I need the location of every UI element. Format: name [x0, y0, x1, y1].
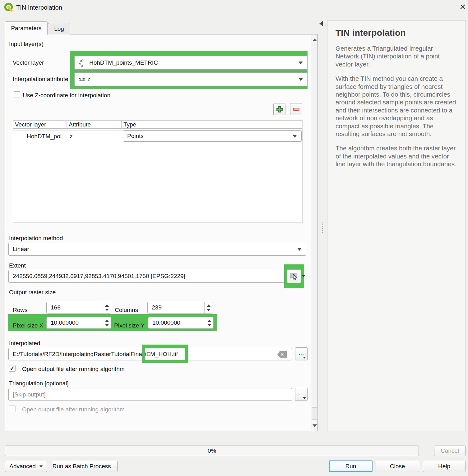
splitter-handle[interactable]	[322, 222, 323, 233]
stepper-arrows[interactable]	[103, 318, 111, 328]
interpolation-attribute-label: Interpolation attribute	[13, 76, 68, 83]
run-button[interactable]: Run	[329, 460, 373, 472]
chevron-down-icon	[293, 135, 297, 138]
interpolated-path: E:/Tutorials/RF2D/InterpolatingRasterTut…	[13, 351, 142, 358]
checkmark-icon: ✓	[10, 365, 15, 372]
vector-layer-value: HohDTM_points_METRIC	[89, 59, 158, 66]
help-button[interactable]: Help	[423, 461, 466, 472]
parameters-panel: Input layer(s) Vector layer HohDTM_point…	[5, 34, 318, 431]
plus-icon	[276, 106, 283, 113]
help-panel: TIN interpolation Generates a Triangulat…	[327, 20, 466, 431]
extent-input[interactable]: 242556.0859,244932.6917,92853.4170,94501…	[8, 270, 292, 283]
pixel-size-y-label: Pixel size Y	[114, 322, 145, 329]
interpolated-browse-button[interactable]: …	[295, 347, 308, 360]
table-header-vector-layer[interactable]: Vector layer	[15, 121, 46, 128]
interpolation-method-label: Interpolation method	[9, 235, 63, 242]
cancel-button[interactable]: Cancel	[434, 446, 466, 456]
tab-log[interactable]: Log	[48, 23, 70, 34]
interpolated-output-input[interactable]: E:/Tutorials/RF2D/InterpolatingRasterTut…	[8, 348, 292, 360]
help-title: TIN interpolation	[336, 28, 457, 38]
help-paragraph: With the TIN method you can create a sur…	[336, 75, 457, 138]
open-output-label: Open output file after running algorithm	[22, 366, 125, 373]
layers-table: Vector layer Attribute Type HohDTM_poi..…	[13, 120, 303, 223]
open-output-checkbox[interactable]: ✓	[9, 365, 16, 372]
triangulation-browse-button[interactable]: …	[295, 388, 308, 401]
stepper-arrows[interactable]	[205, 318, 213, 328]
clear-icon[interactable]: ✕	[277, 351, 287, 358]
advanced-button[interactable]: Advanced	[5, 461, 47, 472]
columns-stepper[interactable]: 239	[147, 302, 213, 314]
scroll-down-button[interactable]	[312, 421, 317, 430]
table-header-type[interactable]: Type	[123, 121, 136, 128]
stepper-arrows[interactable]	[204, 302, 212, 313]
pixel-size-x-stepper[interactable]: 10.000000	[46, 317, 111, 329]
extent-draw-on-canvas-button[interactable]	[287, 269, 301, 283]
minus-icon	[293, 106, 300, 113]
progress-bar: 0%	[5, 446, 419, 456]
extent-label: Extent	[9, 262, 26, 269]
interpolation-method-select[interactable]: Linear	[8, 243, 306, 256]
point-layer-icon	[79, 58, 87, 67]
table-row: HohDTM_poi... z Points	[13, 130, 302, 142]
chevron-down-icon	[39, 465, 43, 467]
scroll-up-icon	[313, 39, 317, 41]
pixel-size-y-stepper[interactable]: 10.000000	[148, 317, 214, 329]
window-title: TIN Interpolation	[16, 4, 62, 11]
table-cell-layer[interactable]: HohDTM_poi...	[27, 133, 67, 140]
stepper-arrows[interactable]	[103, 302, 111, 313]
chevron-down-icon	[299, 62, 303, 64]
interpolation-attribute-value: z	[87, 76, 90, 83]
close-icon[interactable]: ✕	[458, 2, 468, 12]
interpolation-attribute-select[interactable]: 1.2 z	[74, 72, 308, 86]
interpolated-file: DEM_HOH.tif	[142, 351, 178, 358]
qgis-logo-icon	[4, 2, 14, 12]
chevron-down-icon	[297, 248, 302, 251]
open-output-triangulation-checkbox[interactable]	[9, 405, 16, 412]
use-z-label: Use Z-coordinate for interpolation	[23, 92, 110, 99]
columns-label: Columns	[115, 307, 138, 314]
tab-parameters[interactable]: Parameters	[5, 21, 48, 34]
help-paragraph: Generates a Triangulated Irregular Netwo…	[336, 44, 457, 68]
help-paragraph: The algorithm creates both the raster la…	[336, 144, 457, 168]
vertical-scrollbar[interactable]	[311, 35, 317, 430]
table-cell-attribute[interactable]: z	[70, 133, 73, 140]
pixel-size-x-label: Pixel size X	[13, 322, 43, 329]
scrollbar-thumb[interactable]	[312, 407, 317, 420]
collapse-panel-icon[interactable]	[319, 21, 323, 26]
menu-arrow-icon	[303, 357, 306, 359]
close-button[interactable]: Close	[376, 461, 419, 472]
extent-options-arrow-icon[interactable]	[302, 275, 305, 277]
remove-layer-button[interactable]	[290, 103, 302, 115]
chevron-down-icon	[299, 78, 303, 81]
scroll-down-icon	[313, 424, 317, 427]
add-layer-button[interactable]	[273, 103, 285, 115]
vector-layer-select[interactable]: HohDTM_points_METRIC	[74, 56, 308, 70]
interpolated-label: Interpolated	[9, 340, 40, 347]
rows-label: Rows	[13, 307, 28, 314]
input-layers-label: Input layer(s)	[9, 41, 44, 48]
vector-layer-label: Vector layer	[13, 59, 44, 66]
open-output-triangulation-label: Open output file after running algorithm	[22, 406, 125, 413]
table-cell-type-select[interactable]: Points	[123, 130, 302, 142]
triangulation-input[interactable]: [Skip output]	[8, 388, 292, 401]
table-header-attribute[interactable]: Attribute	[69, 121, 91, 128]
run-as-batch-button[interactable]: Run as Batch Process…	[52, 461, 118, 472]
output-raster-size-label: Output raster size	[9, 289, 56, 296]
map-cursor-icon	[290, 272, 299, 281]
scroll-up-button[interactable]	[312, 35, 317, 44]
use-z-checkbox[interactable]	[14, 91, 20, 98]
menu-arrow-icon	[303, 397, 306, 399]
decimal-field-icon: 1.2	[79, 77, 85, 82]
rows-stepper[interactable]: 166	[46, 302, 111, 314]
triangulation-label: Triangulation [optional]	[9, 380, 69, 387]
